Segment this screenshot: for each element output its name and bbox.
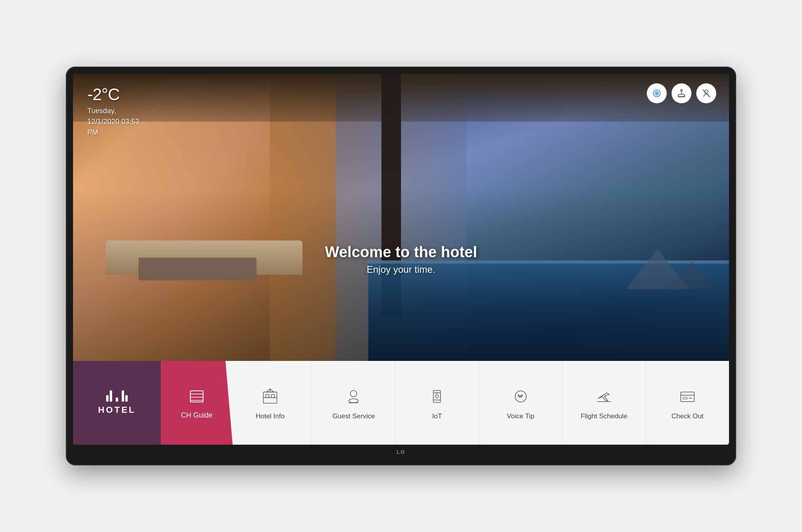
flight-schedule-label: Flight Schedule (581, 412, 627, 420)
lg-brand-logo: LG (397, 449, 405, 455)
tv-frame: -2°C Tuesday, 12/1/2020 03:53 PM (66, 67, 736, 465)
hotel-info-icon-wrap (259, 385, 281, 408)
check-out-icon-wrap (676, 385, 699, 408)
tv-bottom-bar: LG (73, 446, 729, 457)
menu-item-iot[interactable]: IoT (395, 361, 479, 445)
dnd-button[interactable] (696, 83, 716, 103)
ch-guide-icon-wrap (186, 386, 208, 406)
svg-point-19 (350, 390, 357, 397)
svg-rect-14 (266, 394, 269, 398)
svg-rect-37 (683, 397, 687, 399)
hotel-info-label: Hotel Info (256, 412, 285, 420)
svg-line-33 (522, 394, 523, 396)
svg-point-7 (705, 90, 708, 93)
guest-service-label: Guest Service (332, 412, 375, 420)
temperature-display: -2°C (87, 85, 139, 104)
svg-point-25 (435, 395, 439, 398)
service-icon (676, 88, 687, 99)
menu-bar: HOTEL CH Guide (73, 361, 729, 445)
ch-guide-icon (187, 387, 206, 406)
iot-icon (427, 386, 447, 406)
menu-item-voice-tip[interactable]: Voice Tip (479, 361, 563, 445)
hotel-logo-icon (106, 390, 128, 402)
hotel-brand: HOTEL (73, 361, 161, 445)
alexa-button[interactable] (647, 83, 667, 103)
welcome-message: Welcome to the hotel Enjoy your time. (325, 244, 477, 275)
flight-schedule-icon (594, 386, 614, 406)
voice-tip-icon-wrap (510, 385, 532, 408)
hotel-brand-name: HOTEL (98, 405, 136, 415)
menu-item-flight-schedule[interactable]: Flight Schedule (563, 361, 646, 445)
guest-service-icon (344, 386, 363, 406)
welcome-title: Welcome to the hotel (325, 244, 477, 261)
dnd-icon (701, 88, 711, 99)
iot-icon-wrap (426, 385, 448, 408)
service-button[interactable] (672, 83, 691, 103)
menu-item-ch-guide[interactable]: CH Guide (161, 361, 233, 445)
welcome-subtitle: Enjoy your time. (325, 264, 477, 275)
alexa-icon (652, 88, 662, 99)
weather-widget: -2°C Tuesday, 12/1/2020 03:53 PM (87, 85, 139, 138)
iot-label: IoT (432, 412, 442, 420)
guest-service-icon-wrap (342, 385, 365, 408)
menu-item-check-out[interactable]: Check Out (646, 361, 729, 445)
check-out-label: Check Out (672, 412, 703, 420)
check-out-icon (678, 386, 697, 406)
top-action-icons (647, 83, 716, 103)
svg-rect-15 (271, 394, 275, 398)
menu-item-guest-service[interactable]: Guest Service (312, 361, 395, 445)
svg-rect-35 (681, 392, 694, 402)
svg-point-2 (656, 93, 657, 94)
flight-schedule-icon-wrap (593, 385, 615, 408)
tv-screen: -2°C Tuesday, 12/1/2020 03:53 PM (73, 74, 729, 445)
hotel-info-icon (260, 386, 280, 406)
menu-items-container: Hotel Info Guest Service (229, 361, 729, 445)
svg-point-20 (349, 399, 358, 403)
voice-tip-label: Voice Tip (507, 412, 534, 420)
menu-item-hotel-info[interactable]: Hotel Info (229, 361, 312, 445)
svg-point-3 (681, 89, 682, 91)
voice-tip-icon (511, 386, 531, 406)
ch-guide-label: CH Guide (181, 411, 212, 420)
datetime-display: Tuesday, 12/1/2020 03:53 PM (87, 106, 139, 138)
